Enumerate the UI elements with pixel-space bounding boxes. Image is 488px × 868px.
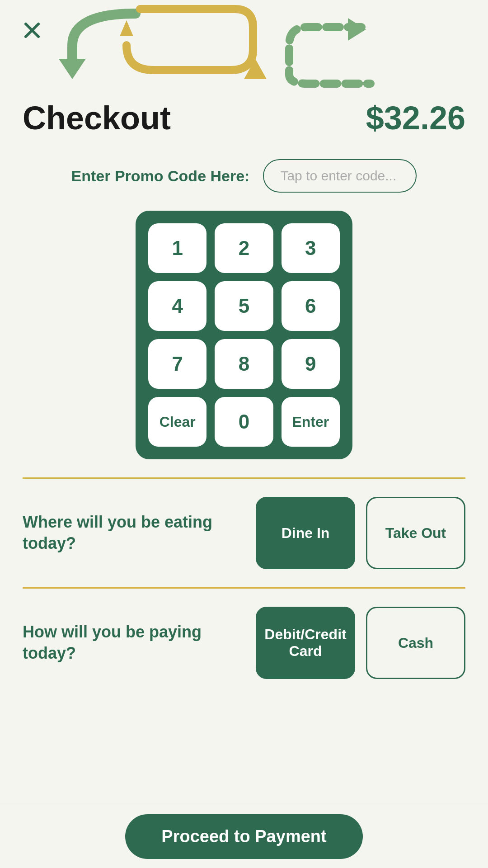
close-button[interactable] (20, 18, 44, 42)
numpad-key-8[interactable]: 8 (215, 339, 273, 389)
proceed-to-payment-button[interactable]: Proceed to Payment (125, 814, 362, 859)
bottom-bar: Proceed to Payment (0, 805, 488, 868)
take-out-button[interactable]: Take Out (366, 497, 465, 569)
header-art (0, 0, 488, 90)
numpad-key-2[interactable]: 2 (215, 223, 273, 273)
dining-option-buttons: Dine In Take Out (256, 497, 465, 569)
numpad-key-7[interactable]: 7 (148, 339, 206, 389)
numpad-key-0[interactable]: 0 (215, 397, 273, 447)
svg-marker-4 (348, 18, 366, 41)
numpad-key-clear[interactable]: Clear (148, 397, 206, 447)
divider-1 (23, 477, 465, 479)
numpad-key-9[interactable]: 9 (282, 339, 340, 389)
svg-marker-0 (59, 59, 86, 79)
numpad-key-4[interactable]: 4 (148, 281, 206, 331)
numpad-key-enter[interactable]: Enter (282, 397, 340, 447)
promo-label: Enter Promo Code Here: (71, 167, 250, 185)
dine-in-button[interactable]: Dine In (256, 497, 355, 569)
dining-option-row: Where will you be eating today? Dine In … (0, 497, 488, 569)
divider-2 (23, 587, 465, 589)
numpad-key-5[interactable]: 5 (215, 281, 273, 331)
numpad-key-6[interactable]: 6 (282, 281, 340, 331)
numpad-key-1[interactable]: 1 (148, 223, 206, 273)
debit-credit-button[interactable]: Debit/Credit Card (256, 607, 355, 679)
promo-input[interactable] (263, 159, 417, 193)
numpad-container: 123456789Clear0Enter (0, 211, 488, 459)
page-title: Checkout (23, 99, 171, 137)
checkout-price: $32.26 (366, 99, 465, 137)
cash-button[interactable]: Cash (366, 607, 465, 679)
promo-area: Enter Promo Code Here: (0, 150, 488, 211)
payment-option-label: How will you be paying today? (23, 622, 238, 664)
payment-option-buttons: Debit/Credit Card Cash (256, 607, 465, 679)
numpad: 123456789Clear0Enter (136, 211, 352, 459)
svg-marker-1 (120, 20, 133, 36)
payment-option-row: How will you be paying today? Debit/Cred… (0, 607, 488, 679)
title-area: Checkout $32.26 (0, 90, 488, 150)
dining-option-label: Where will you be eating today? (23, 512, 238, 554)
numpad-key-3[interactable]: 3 (282, 223, 340, 273)
